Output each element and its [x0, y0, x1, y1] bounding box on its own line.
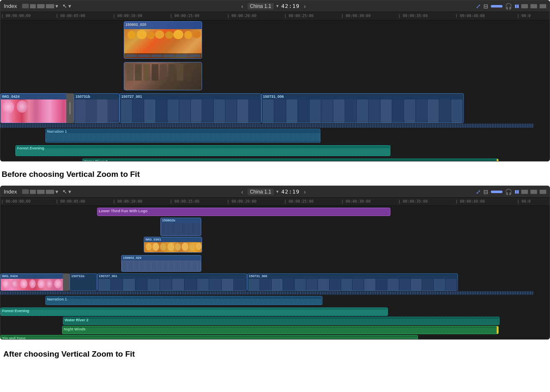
- thumb-150802b[interactable]: 150802b: [160, 218, 201, 236]
- project-dropdown-after[interactable]: ▾: [276, 189, 279, 194]
- main-video-150731b[interactable]: 150731b: [74, 93, 120, 123]
- clip-trimming-icon-2[interactable]: [521, 190, 528, 194]
- full-screen-icon-2[interactable]: [540, 190, 546, 194]
- next-btn-after[interactable]: ›: [302, 189, 308, 195]
- zoom-fit-icon-2[interactable]: ⤢: [476, 189, 481, 195]
- clip-appearance-icon[interactable]: [22, 4, 29, 8]
- zoom-out-icon[interactable]: ⊟: [483, 3, 488, 10]
- water-river-clip[interactable]: Water River 2: [82, 159, 499, 161]
- clip-width-icon-2[interactable]: [37, 190, 45, 194]
- project-dropdown-before[interactable]: ▾: [276, 3, 279, 9]
- prev-btn-after[interactable]: ‹: [240, 189, 245, 195]
- main-video-150731006[interactable]: 150731_006: [261, 93, 464, 123]
- timecode-after: 42:19: [281, 189, 300, 195]
- zoom-bar-icon-2: [491, 191, 502, 193]
- after-label: After choosing Vertical Zoom to Fit: [2, 344, 550, 363]
- forest-evening-after[interactable]: Forest Evening: [0, 308, 388, 316]
- index-label-before: Index: [4, 3, 17, 9]
- night-winds-after[interactable]: Night Winds: [62, 326, 499, 334]
- main-video-img0424[interactable]: IMG_0424: [0, 93, 71, 123]
- forest-evening-clip[interactable]: Forest Evening: [15, 145, 390, 156]
- index-label-after: Index: [4, 189, 17, 195]
- view-options-icon[interactable]: [46, 4, 54, 8]
- narration-clip-after[interactable]: Narration 1: [45, 296, 322, 305]
- before-label: Before choosing Vertical Zoom to Fit: [0, 164, 550, 183]
- lower-third-graphic-clip[interactable]: Lower Third Fun With Logo: [97, 208, 390, 216]
- toolbar-center-before: ‹ China 1.1 ▾ 42:19 ›: [240, 3, 308, 10]
- main-video-150727001[interactable]: 150727_001: [120, 93, 261, 123]
- editor-panel-after: Index ▾ ↖ ▾ ‹ China 1.1 ▾ 42:19 › ⤢ ⊟ 🎧 …: [0, 186, 550, 340]
- main-video-waveform-after: [0, 291, 534, 295]
- toolbar-right-before: ⤢ ⊟ 🎧 ▮▮: [476, 3, 546, 10]
- main-video-img0424-after[interactable]: IMG_0424: [0, 273, 68, 291]
- main-video-150727001-after[interactable]: 150727_001: [97, 273, 247, 291]
- toolbar-center-after: ‹ China 1.1 ▾ 42:19 ›: [240, 189, 308, 195]
- ruler-before: | 00:00:00;00 | 00:00:05:00 | 00:00:10:0…: [0, 12, 550, 20]
- view-options-icon-2[interactable]: [46, 190, 54, 194]
- yin-yang-after[interactable]: Yin and Yang: [0, 335, 418, 340]
- ruler-after: | 00:00:00;00 | 00:00:05:00 | 00:00:10:0…: [0, 198, 550, 206]
- audio-lanes-icon-2[interactable]: ▮▮: [515, 189, 519, 194]
- tool-select-icon-2[interactable]: ↖: [62, 189, 67, 195]
- toolbar-before: Index ▾ ↖ ▾ ‹ China 1.1 ▾ 42:19 › ⤢ ⊟ 🎧 …: [0, 0, 550, 12]
- toolbar-after: Index ▾ ↖ ▾ ‹ China 1.1 ▾ 42:19 › ⤢ ⊟ 🎧 …: [0, 186, 550, 198]
- timecode-before: 42:19: [281, 3, 300, 9]
- view-dropdown-icon[interactable]: ▾: [55, 3, 58, 9]
- headphone-icon-2[interactable]: 🎧: [505, 189, 512, 195]
- full-screen-icon[interactable]: [540, 4, 546, 8]
- tracks-area-before: 150802_020: [0, 20, 550, 161]
- water-river-after[interactable]: Water River 2: [63, 317, 500, 325]
- thumbnail-clip-2[interactable]: [124, 62, 202, 90]
- headphone-icon[interactable]: 🎧: [505, 3, 512, 10]
- main-video-150731006-after[interactable]: 150731_006: [247, 273, 458, 291]
- thumbnail-clip-150802020[interactable]: 150802_020: [124, 21, 202, 59]
- clip-trimming-icon[interactable]: [521, 4, 528, 8]
- toolbar-right-after: ⤢ ⊟ 🎧 ▮▮: [476, 189, 546, 195]
- project-name-before[interactable]: China 1.1: [248, 3, 274, 10]
- end-marker-night-winds: [497, 326, 498, 334]
- thumb-img0361[interactable]: IMG_0361: [144, 237, 202, 253]
- prev-btn-before[interactable]: ‹: [240, 3, 245, 10]
- clip-handle-2[interactable]: [63, 273, 70, 291]
- tool-dropdown-icon[interactable]: ▾: [68, 3, 71, 9]
- project-name-after[interactable]: China 1.1: [248, 189, 274, 195]
- editor-panel-before: Index ▾ ↖ ▾ ‹ China 1.1 ▾ 42:19 › ⤢ ⊟ 🎧 …: [0, 0, 550, 161]
- clip-width-icon[interactable]: [37, 4, 45, 8]
- zoom-out-icon-2[interactable]: ⊟: [483, 189, 488, 195]
- tracks-area-after: Lower Third Fun With Logo 150802b IMG_03…: [0, 206, 550, 340]
- zoom-bar-icon: [491, 5, 502, 7]
- zoom-fit-icon[interactable]: ⤢: [476, 3, 481, 10]
- tool-dropdown-icon-2[interactable]: ▾: [68, 189, 71, 195]
- main-video-150731b-after[interactable]: 150731b: [70, 273, 97, 291]
- before-label-container: Before choosing Vertical Zoom to Fit: [0, 161, 550, 186]
- clip-appearance-icon-2[interactable]: [22, 189, 29, 194]
- clip-height-icon-2[interactable]: [30, 190, 36, 194]
- tool-select-icon[interactable]: ↖: [62, 3, 67, 9]
- audio-lanes-icon[interactable]: ▮▮: [515, 3, 519, 9]
- thumb-clip-label: 150802_020: [125, 22, 146, 27]
- clip-height-icon[interactable]: [30, 4, 36, 8]
- view-dropdown-icon-2[interactable]: ▾: [55, 189, 58, 195]
- effects-icon[interactable]: [530, 4, 537, 8]
- main-video-waveform: [0, 124, 534, 128]
- effects-icon-2[interactable]: [530, 190, 537, 194]
- after-label-container: After choosing Vertical Zoom to Fit: [0, 340, 550, 363]
- thumb-150802020[interactable]: 150802_020: [121, 255, 201, 272]
- clip-handle[interactable]: [66, 93, 74, 123]
- narration-clip[interactable]: Narration 1: [45, 129, 320, 143]
- next-btn-before[interactable]: ›: [302, 3, 308, 10]
- end-marker: [497, 159, 498, 161]
